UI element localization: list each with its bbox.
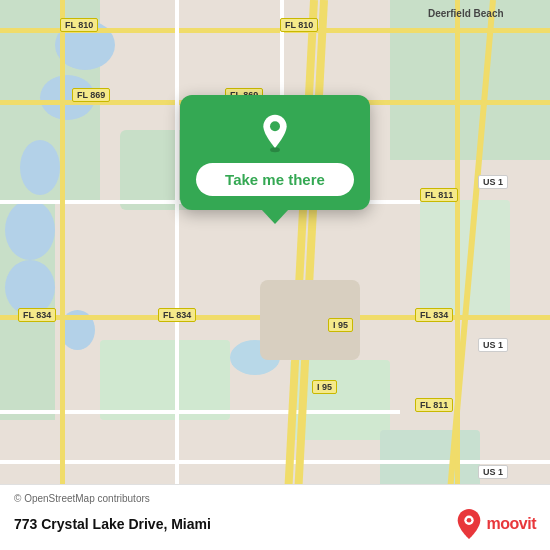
road-label-fl869-left: FL 869: [72, 88, 110, 102]
road-label-i95-1: I 95: [328, 318, 353, 332]
road-label-us1-2: US 1: [478, 338, 508, 352]
road-label-fl811-1: FL 811: [420, 188, 458, 202]
attribution-text: © OpenStreetMap contributors: [14, 493, 536, 504]
road-label-us1-3: US 1: [478, 465, 508, 479]
road-label-fl834-mid: FL 834: [158, 308, 196, 322]
location-name: 773 Crystal Lake Drive, Miami: [14, 516, 211, 532]
bottom-bar: © OpenStreetMap contributors 773 Crystal…: [0, 484, 550, 550]
deerfield-label: Deerfield Beach: [428, 8, 504, 19]
moovit-logo: moovit: [455, 508, 536, 540]
map-container: FL 810 FL 810 FL 869 FL 869 FL 834 FL 83…: [0, 0, 550, 550]
road-label-fl834-right: FL 834: [415, 308, 453, 322]
moovit-pin-icon: [455, 508, 483, 540]
location-pin-icon: [255, 113, 295, 153]
road-label-us1-1: US 1: [478, 175, 508, 189]
svg-point-1: [270, 121, 280, 131]
popup-card: Take me there: [180, 95, 370, 210]
road-label-fl810-right: FL 810: [280, 18, 318, 32]
road-label-i95-2: I 95: [312, 380, 337, 394]
moovit-brand-text: moovit: [487, 515, 536, 533]
take-me-there-button[interactable]: Take me there: [196, 163, 354, 196]
road-label-fl810-left: FL 810: [60, 18, 98, 32]
svg-point-3: [466, 518, 471, 523]
road-label-fl834-left: FL 834: [18, 308, 56, 322]
road-label-fl811-2: FL 811: [415, 398, 453, 412]
